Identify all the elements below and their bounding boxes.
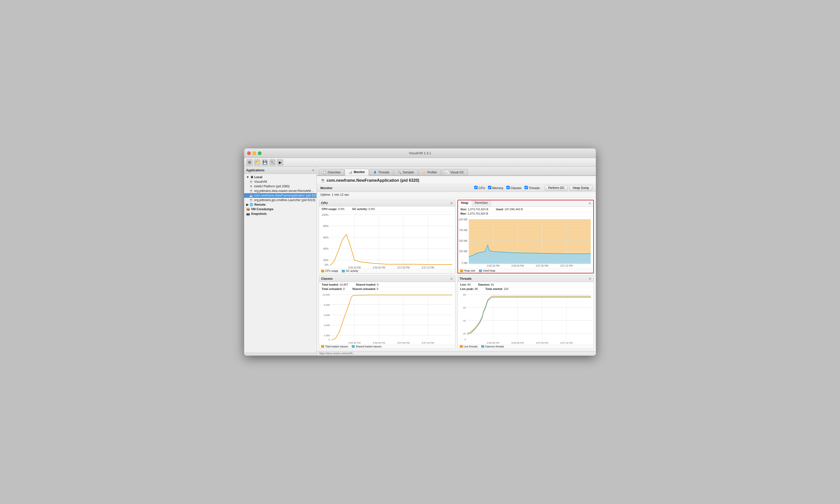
maximize-button[interactable] <box>258 151 261 155</box>
shared-unloaded-label: Shared unloaded: <box>352 287 377 290</box>
svg-text:3:57:00 PM: 3:57:00 PM <box>536 341 548 344</box>
java-icon: ☕ <box>249 194 253 197</box>
memory-checkbox-label[interactable]: Memory <box>488 186 503 190</box>
cpu-chart-body: 100% 80% 60% 40% 20% 0% <box>319 212 455 269</box>
classes-chart-close[interactable]: ✕ <box>450 277 453 281</box>
threads-legend-live: Live threads <box>460 345 478 348</box>
threads-checkbox-label[interactable]: Threads <box>525 186 540 190</box>
svg-text:3:57:15 PM: 3:57:15 PM <box>422 341 434 344</box>
arrow-icon: ▶ <box>246 203 248 206</box>
heap-tab-permgen[interactable]: PermGen <box>472 200 491 206</box>
svg-text:3:56:45 PM: 3:56:45 PM <box>511 341 524 344</box>
heap-tab-heap[interactable]: Heap <box>458 200 472 206</box>
close-button[interactable] <box>247 151 251 155</box>
sidebar-item-intellij[interactable]: ☕ IntelliJ Platform (pid 2080) <box>244 184 316 188</box>
tab-label: Overview <box>328 170 341 174</box>
svg-text:1,000 MB: 1,000 MB <box>458 218 468 221</box>
svg-text:3:57:15 PM: 3:57:15 PM <box>560 265 572 267</box>
total-unloaded-value: 0 <box>343 287 345 290</box>
sidebar-item-newframe[interactable]: ☕ com.newframe.NewFrameApplication (pid … <box>244 193 316 198</box>
toolbar-icon-3[interactable]: 💾 <box>261 159 268 166</box>
tab-visualgc[interactable]: 📈 Visual GC <box>441 169 468 175</box>
sidebar-item-snapshots[interactable]: 📷 Snapshots <box>244 212 316 216</box>
toolbar-icon-2[interactable]: 📂 <box>254 159 260 166</box>
tab-label: Monitor <box>354 170 365 174</box>
threads-checkbox[interactable] <box>525 186 528 189</box>
tab-profiler[interactable]: ⚡ Profiler <box>418 169 441 175</box>
cpu-chart-stats: CPU usage: 0.0% GC activity: 0.0% <box>319 206 455 212</box>
total-classes-dot <box>321 345 324 348</box>
cpu-chart-title: CPU <box>321 201 327 205</box>
cpu-checkbox[interactable] <box>474 186 478 189</box>
daemon-label: Daemon: <box>478 283 491 286</box>
tab-monitor[interactable]: 📊 Monitor <box>345 169 369 176</box>
cpu-chart-svg: 100% 80% 60% 40% 20% 0% <box>319 212 455 269</box>
url-bar: https://docs.oracle.com/en/l/0... <box>317 351 596 356</box>
tab-threads[interactable]: 🧵 Threads <box>369 169 393 175</box>
total-loaded-value: 10,857 <box>340 283 348 286</box>
tab-label: Threads <box>378 170 390 174</box>
svg-text:100%: 100% <box>322 213 329 216</box>
svg-text:60: 60 <box>463 306 466 309</box>
gc-legend-label: GC activity <box>346 270 358 272</box>
daemon-threads-dot <box>481 345 484 348</box>
threads-chart-close[interactable]: ✕ <box>588 277 592 281</box>
sidebar-close-icon[interactable]: ✕ <box>312 168 314 172</box>
classes-checkbox-label[interactable]: Classes <box>507 186 521 190</box>
classes-legend-shared: Shared loaded classes <box>352 345 381 348</box>
classes-chart-stats: Total loaded: 10,857 Shared loaded: 0 <box>319 282 455 287</box>
svg-text:0 MB: 0 MB <box>462 262 467 265</box>
classes-legend-total: Total loaded classes <box>321 345 348 348</box>
main-window: VisualVM 1.4.1 ⚙ 📂 💾 🔧 ▶ Applications ✕ … <box>244 148 596 355</box>
svg-text:0: 0 <box>464 338 466 341</box>
toolbar-icon-1[interactable]: ⚙ <box>246 159 253 166</box>
perform-gc-button[interactable]: Perform GC <box>545 185 568 191</box>
tab-label: Profiler <box>427 170 437 174</box>
heap-chart-close[interactable]: ✕ <box>586 200 593 206</box>
daemon-value: 81 <box>491 283 494 286</box>
memory-checkbox[interactable] <box>488 186 491 189</box>
live-peak-label: Live peak: <box>460 287 475 290</box>
svg-text:20: 20 <box>463 332 466 335</box>
svg-text:3:56:45 PM: 3:56:45 PM <box>373 341 385 344</box>
heap-chart-stats2: Max: 1,073,741,824 B <box>458 212 594 216</box>
sidebar-item-launcher[interactable]: ☕ org.jetbrains.jps.cmdline.Launcher (pi… <box>244 198 316 202</box>
heap-used-value: 197,096,440 B <box>504 208 523 211</box>
remote-icon: 🌐 <box>250 203 253 206</box>
classes-checkbox[interactable] <box>507 186 510 189</box>
minimize-button[interactable] <box>253 151 256 155</box>
heap-chart-body: 1,000 MB 750 MB 500 MB 250 MB 0 MB <box>458 216 594 268</box>
svg-text:20%: 20% <box>323 258 329 262</box>
gc-activity-stat: GC activity: 0.0% <box>352 208 375 211</box>
tab-overview[interactable]: 📋 Overview <box>319 169 344 175</box>
live-peak-value: 88 <box>475 287 478 290</box>
heap-used-legend-label: Used heap <box>483 269 495 272</box>
monitor-label: Monitor <box>320 186 332 190</box>
sidebar-item-maven[interactable]: ☕ org.jetbrains.idea.maven.server.Remote… <box>244 188 316 193</box>
sidebar-item-remote[interactable]: ▶ 🌐 Remote <box>244 202 316 207</box>
classes-chart-panel: Classes ✕ Total loaded: 10,857 Shared lo… <box>319 275 456 349</box>
svg-text:3:57:15 PM: 3:57:15 PM <box>422 266 434 269</box>
svg-text:3:56:30 PM: 3:56:30 PM <box>487 265 499 267</box>
classes-chart-footer: Total loaded classes Shared loaded class… <box>319 344 455 349</box>
cpu-checkbox-label[interactable]: CPU <box>474 186 485 190</box>
svg-text:10,000: 10,000 <box>322 293 330 296</box>
cpu-usage-label: CPU usage: <box>322 208 338 211</box>
sidebar-item-visualvm[interactable]: ☕ VisualVM <box>244 179 316 184</box>
heap-size-stat: Size: 1,073,741,824 B <box>461 208 488 211</box>
sidebar-header: Applications ✕ <box>244 167 316 174</box>
heap-dump-button[interactable]: Heap Dump <box>569 185 592 191</box>
heap-used-label: Used: <box>496 208 504 211</box>
tab-sampler[interactable]: 🔍 Sampler <box>394 169 418 175</box>
sidebar-item-coredumps[interactable]: 📦 VM Coredumps <box>244 207 316 212</box>
sidebar-item-local[interactable]: ▼ 🖥 Local <box>244 175 316 179</box>
toolbar-icon-4[interactable]: 🔧 <box>269 159 276 166</box>
svg-text:3:56:30 PM: 3:56:30 PM <box>348 266 361 269</box>
shared-unloaded-value: 0 <box>377 287 378 290</box>
svg-text:750 MB: 750 MB <box>459 229 467 232</box>
toolbar-icon-5[interactable]: ▶ <box>277 159 284 166</box>
sidebar-scrollbar[interactable] <box>244 353 316 356</box>
app-header: ☕ com.newframe.NewFrameApplication (pid … <box>317 176 596 184</box>
sidebar-item-label: IntelliJ Platform (pid 2080) <box>254 184 290 188</box>
cpu-chart-close[interactable]: ✕ <box>450 201 453 205</box>
